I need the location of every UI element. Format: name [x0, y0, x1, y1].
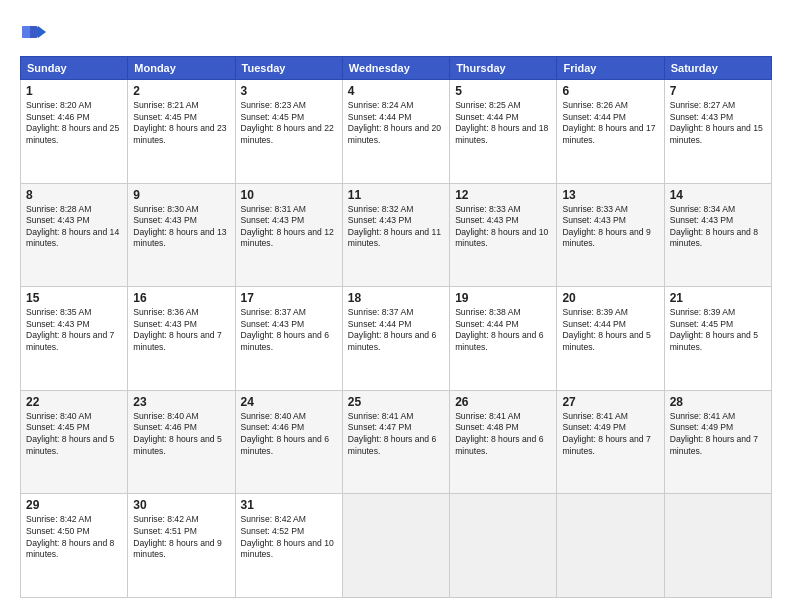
- calendar-cell: 11Sunrise: 8:32 AMSunset: 4:43 PMDayligh…: [342, 183, 449, 287]
- day-number: 20: [562, 291, 658, 305]
- calendar-cell: 7Sunrise: 8:27 AMSunset: 4:43 PMDaylight…: [664, 80, 771, 184]
- calendar: SundayMondayTuesdayWednesdayThursdayFrid…: [20, 56, 772, 598]
- calendar-cell: 16Sunrise: 8:36 AMSunset: 4:43 PMDayligh…: [128, 287, 235, 391]
- day-number: 3: [241, 84, 337, 98]
- day-number: 5: [455, 84, 551, 98]
- day-number: 22: [26, 395, 122, 409]
- weekday-header-tuesday: Tuesday: [235, 57, 342, 80]
- svg-marker-1: [38, 26, 46, 38]
- page: SundayMondayTuesdayWednesdayThursdayFrid…: [0, 0, 792, 612]
- svg-rect-2: [22, 26, 30, 38]
- calendar-cell: 22Sunrise: 8:40 AMSunset: 4:45 PMDayligh…: [21, 390, 128, 494]
- cell-text: Sunrise: 8:41 AMSunset: 4:49 PMDaylight:…: [670, 411, 766, 457]
- cell-text: Sunrise: 8:37 AMSunset: 4:43 PMDaylight:…: [241, 307, 337, 353]
- day-number: 14: [670, 188, 766, 202]
- day-number: 27: [562, 395, 658, 409]
- calendar-cell: [342, 494, 449, 598]
- weekday-header-monday: Monday: [128, 57, 235, 80]
- calendar-cell: 19Sunrise: 8:38 AMSunset: 4:44 PMDayligh…: [450, 287, 557, 391]
- header: [20, 18, 772, 46]
- cell-text: Sunrise: 8:30 AMSunset: 4:43 PMDaylight:…: [133, 204, 229, 250]
- day-number: 4: [348, 84, 444, 98]
- calendar-cell: 20Sunrise: 8:39 AMSunset: 4:44 PMDayligh…: [557, 287, 664, 391]
- day-number: 10: [241, 188, 337, 202]
- calendar-cell: 23Sunrise: 8:40 AMSunset: 4:46 PMDayligh…: [128, 390, 235, 494]
- day-number: 8: [26, 188, 122, 202]
- calendar-cell: 2Sunrise: 8:21 AMSunset: 4:45 PMDaylight…: [128, 80, 235, 184]
- cell-text: Sunrise: 8:37 AMSunset: 4:44 PMDaylight:…: [348, 307, 444, 353]
- cell-text: Sunrise: 8:39 AMSunset: 4:45 PMDaylight:…: [670, 307, 766, 353]
- calendar-cell: 30Sunrise: 8:42 AMSunset: 4:51 PMDayligh…: [128, 494, 235, 598]
- weekday-header-friday: Friday: [557, 57, 664, 80]
- cell-text: Sunrise: 8:20 AMSunset: 4:46 PMDaylight:…: [26, 100, 122, 146]
- cell-text: Sunrise: 8:24 AMSunset: 4:44 PMDaylight:…: [348, 100, 444, 146]
- day-number: 15: [26, 291, 122, 305]
- week-row-3: 15Sunrise: 8:35 AMSunset: 4:43 PMDayligh…: [21, 287, 772, 391]
- cell-text: Sunrise: 8:42 AMSunset: 4:50 PMDaylight:…: [26, 514, 122, 560]
- calendar-cell: 14Sunrise: 8:34 AMSunset: 4:43 PMDayligh…: [664, 183, 771, 287]
- calendar-cell: 13Sunrise: 8:33 AMSunset: 4:43 PMDayligh…: [557, 183, 664, 287]
- day-number: 7: [670, 84, 766, 98]
- calendar-cell: 31Sunrise: 8:42 AMSunset: 4:52 PMDayligh…: [235, 494, 342, 598]
- weekday-header-saturday: Saturday: [664, 57, 771, 80]
- weekday-header-row: SundayMondayTuesdayWednesdayThursdayFrid…: [21, 57, 772, 80]
- day-number: 23: [133, 395, 229, 409]
- week-row-2: 8Sunrise: 8:28 AMSunset: 4:43 PMDaylight…: [21, 183, 772, 287]
- cell-text: Sunrise: 8:41 AMSunset: 4:49 PMDaylight:…: [562, 411, 658, 457]
- weekday-header-wednesday: Wednesday: [342, 57, 449, 80]
- day-number: 16: [133, 291, 229, 305]
- week-row-1: 1Sunrise: 8:20 AMSunset: 4:46 PMDaylight…: [21, 80, 772, 184]
- calendar-cell: [450, 494, 557, 598]
- calendar-cell: [557, 494, 664, 598]
- day-number: 29: [26, 498, 122, 512]
- day-number: 13: [562, 188, 658, 202]
- calendar-cell: 6Sunrise: 8:26 AMSunset: 4:44 PMDaylight…: [557, 80, 664, 184]
- day-number: 24: [241, 395, 337, 409]
- cell-text: Sunrise: 8:41 AMSunset: 4:48 PMDaylight:…: [455, 411, 551, 457]
- day-number: 26: [455, 395, 551, 409]
- cell-text: Sunrise: 8:40 AMSunset: 4:46 PMDaylight:…: [241, 411, 337, 457]
- cell-text: Sunrise: 8:36 AMSunset: 4:43 PMDaylight:…: [133, 307, 229, 353]
- cell-text: Sunrise: 8:23 AMSunset: 4:45 PMDaylight:…: [241, 100, 337, 146]
- calendar-cell: 3Sunrise: 8:23 AMSunset: 4:45 PMDaylight…: [235, 80, 342, 184]
- cell-text: Sunrise: 8:33 AMSunset: 4:43 PMDaylight:…: [562, 204, 658, 250]
- cell-text: Sunrise: 8:40 AMSunset: 4:46 PMDaylight:…: [133, 411, 229, 457]
- cell-text: Sunrise: 8:26 AMSunset: 4:44 PMDaylight:…: [562, 100, 658, 146]
- week-row-4: 22Sunrise: 8:40 AMSunset: 4:45 PMDayligh…: [21, 390, 772, 494]
- day-number: 2: [133, 84, 229, 98]
- calendar-cell: 8Sunrise: 8:28 AMSunset: 4:43 PMDaylight…: [21, 183, 128, 287]
- calendar-cell: 24Sunrise: 8:40 AMSunset: 4:46 PMDayligh…: [235, 390, 342, 494]
- weekday-header-sunday: Sunday: [21, 57, 128, 80]
- cell-text: Sunrise: 8:34 AMSunset: 4:43 PMDaylight:…: [670, 204, 766, 250]
- day-number: 17: [241, 291, 337, 305]
- calendar-cell: 28Sunrise: 8:41 AMSunset: 4:49 PMDayligh…: [664, 390, 771, 494]
- day-number: 30: [133, 498, 229, 512]
- calendar-cell: 25Sunrise: 8:41 AMSunset: 4:47 PMDayligh…: [342, 390, 449, 494]
- day-number: 19: [455, 291, 551, 305]
- cell-text: Sunrise: 8:31 AMSunset: 4:43 PMDaylight:…: [241, 204, 337, 250]
- day-number: 21: [670, 291, 766, 305]
- cell-text: Sunrise: 8:33 AMSunset: 4:43 PMDaylight:…: [455, 204, 551, 250]
- cell-text: Sunrise: 8:39 AMSunset: 4:44 PMDaylight:…: [562, 307, 658, 353]
- calendar-cell: 29Sunrise: 8:42 AMSunset: 4:50 PMDayligh…: [21, 494, 128, 598]
- calendar-cell: 18Sunrise: 8:37 AMSunset: 4:44 PMDayligh…: [342, 287, 449, 391]
- calendar-cell: [664, 494, 771, 598]
- day-number: 6: [562, 84, 658, 98]
- calendar-cell: 12Sunrise: 8:33 AMSunset: 4:43 PMDayligh…: [450, 183, 557, 287]
- cell-text: Sunrise: 8:41 AMSunset: 4:47 PMDaylight:…: [348, 411, 444, 457]
- day-number: 11: [348, 188, 444, 202]
- cell-text: Sunrise: 8:32 AMSunset: 4:43 PMDaylight:…: [348, 204, 444, 250]
- cell-text: Sunrise: 8:25 AMSunset: 4:44 PMDaylight:…: [455, 100, 551, 146]
- calendar-cell: 4Sunrise: 8:24 AMSunset: 4:44 PMDaylight…: [342, 80, 449, 184]
- cell-text: Sunrise: 8:40 AMSunset: 4:45 PMDaylight:…: [26, 411, 122, 457]
- calendar-cell: 9Sunrise: 8:30 AMSunset: 4:43 PMDaylight…: [128, 183, 235, 287]
- day-number: 12: [455, 188, 551, 202]
- calendar-cell: 26Sunrise: 8:41 AMSunset: 4:48 PMDayligh…: [450, 390, 557, 494]
- calendar-cell: 1Sunrise: 8:20 AMSunset: 4:46 PMDaylight…: [21, 80, 128, 184]
- day-number: 25: [348, 395, 444, 409]
- cell-text: Sunrise: 8:42 AMSunset: 4:51 PMDaylight:…: [133, 514, 229, 560]
- calendar-cell: 21Sunrise: 8:39 AMSunset: 4:45 PMDayligh…: [664, 287, 771, 391]
- day-number: 18: [348, 291, 444, 305]
- logo: [20, 18, 50, 46]
- week-row-5: 29Sunrise: 8:42 AMSunset: 4:50 PMDayligh…: [21, 494, 772, 598]
